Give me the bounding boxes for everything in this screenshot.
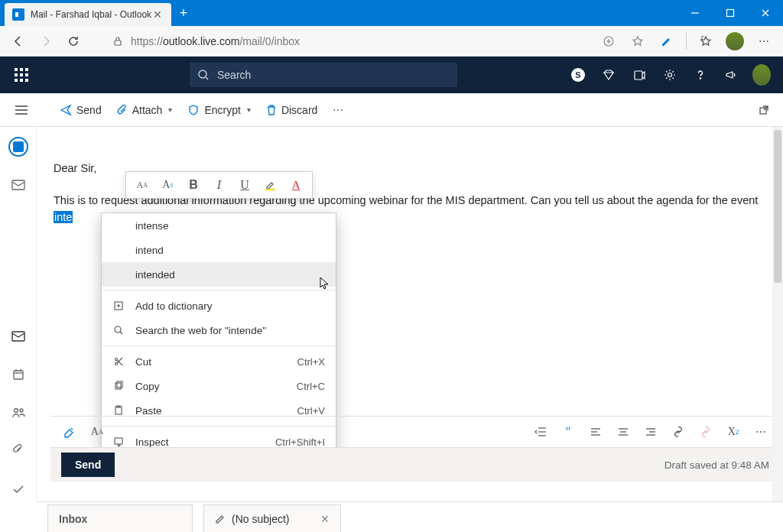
send-button[interactable]: Send — [61, 453, 115, 477]
scrollbar-thumb[interactable] — [774, 130, 781, 283]
window-maximize-button[interactable] — [713, 0, 748, 26]
quote-icon[interactable]: " — [560, 423, 577, 440]
suggestion-item[interactable]: intense — [102, 213, 336, 238]
add-dictionary-item[interactable]: Add to dictionary — [102, 294, 336, 318]
browser-addressbar: https://outlook.live.com/mail/0/inbox ⋯ — [0, 26, 783, 57]
url-field[interactable]: https://outlook.live.com/mail/0/inbox — [106, 30, 593, 53]
account-avatar[interactable] — [746, 60, 777, 90]
draft-status: Draft saved at 9:48 AM — [664, 459, 769, 471]
search-web-item[interactable]: Search the web for "intende" — [102, 318, 336, 342]
more-format-icon[interactable]: ⋯ — [752, 423, 769, 440]
skype-icon[interactable]: S — [563, 60, 593, 90]
vertical-scrollbar[interactable] — [772, 127, 783, 501]
megaphone-icon[interactable] — [716, 60, 746, 90]
svg-rect-21 — [12, 180, 24, 190]
favorites-list-icon[interactable] — [693, 29, 719, 54]
popout-button[interactable] — [751, 98, 777, 122]
mail-module-icon[interactable] — [6, 324, 31, 349]
browser-tab[interactable]: Mail - Farshad Iqbal - Outlook ✕ — [5, 3, 171, 26]
svg-rect-1 — [15, 12, 18, 17]
align-left-icon[interactable] — [587, 423, 604, 440]
browser-menu-icon[interactable]: ⋯ — [751, 29, 777, 54]
left-rail — [0, 127, 37, 501]
settings-gear-icon[interactable] — [655, 60, 685, 90]
font-family-icon[interactable]: AA — [89, 423, 106, 440]
unlink-icon[interactable] — [697, 423, 714, 440]
superscript-icon[interactable]: X2 — [725, 423, 742, 440]
indent-decrease-icon[interactable] — [532, 423, 549, 440]
attach-button[interactable]: Attach ▾ — [109, 98, 180, 122]
send-icon — [60, 104, 72, 116]
svg-point-16 — [700, 78, 700, 79]
new-tab-button[interactable]: + — [171, 5, 196, 21]
tab-close-icon[interactable]: ✕ — [151, 8, 164, 21]
shield-icon — [187, 104, 200, 116]
chevron-down-icon: ▾ — [168, 105, 172, 114]
svg-point-15 — [668, 73, 672, 77]
todo-module-icon[interactable] — [6, 477, 31, 501]
link-icon[interactable] — [670, 423, 687, 440]
svg-line-13 — [206, 77, 208, 79]
search-input[interactable]: Search — [190, 63, 457, 87]
font-size-decrease-icon[interactable]: AA — [131, 174, 154, 196]
copy-item[interactable]: CopyCtrl+C — [102, 374, 336, 398]
menu-separator — [102, 345, 336, 346]
svg-rect-22 — [12, 332, 24, 341]
trash-icon — [266, 104, 277, 116]
highlight-color-button[interactable] — [259, 174, 282, 196]
forward-button[interactable] — [34, 29, 58, 54]
underline-button[interactable]: U — [233, 174, 256, 196]
font-color-button[interactable]: A — [284, 174, 307, 196]
suggestion-item[interactable]: intend — [102, 238, 336, 262]
italic-button[interactable]: I — [208, 174, 231, 196]
svg-point-28 — [20, 409, 23, 412]
favorite-icon[interactable] — [625, 29, 651, 54]
window-minimize-button[interactable] — [677, 0, 713, 26]
waffle-icon — [15, 68, 28, 82]
people-module-icon[interactable] — [6, 401, 31, 425]
clear-format-icon[interactable] — [61, 423, 78, 440]
edge-notes-icon[interactable] — [654, 29, 680, 54]
pencil-icon — [215, 514, 226, 524]
format-ribbon: AA " X2 ⋯ — [50, 416, 780, 448]
app-launcher-button[interactable] — [6, 60, 37, 90]
font-size-increase-icon[interactable]: A◊ — [157, 174, 180, 196]
svg-point-12 — [199, 70, 206, 78]
back-button[interactable] — [6, 29, 31, 54]
search-icon — [112, 325, 125, 336]
close-icon[interactable]: ✕ — [320, 513, 330, 525]
more-actions-button[interactable]: ⋯ — [325, 98, 351, 122]
files-module-icon[interactable] — [6, 439, 31, 463]
menu-separator — [102, 290, 336, 290]
send-bar: Send Draft saved at 9:48 AM — [50, 448, 780, 482]
nav-toggle-button[interactable] — [6, 105, 37, 115]
reader-mode-icon[interactable] — [596, 29, 622, 54]
mail-rail-icon[interactable] — [6, 173, 31, 197]
svg-rect-29 — [266, 189, 275, 190]
profile-avatar[interactable] — [722, 29, 748, 54]
align-center-icon[interactable] — [615, 423, 632, 440]
cut-item[interactable]: CutCtrl+X — [102, 349, 336, 374]
outlook-rail-icon[interactable] — [6, 135, 31, 159]
svg-rect-6 — [115, 41, 121, 45]
help-icon[interactable] — [685, 60, 716, 90]
encrypt-button[interactable]: Encrypt ▾ — [180, 98, 258, 122]
send-button-top[interactable]: Send — [52, 98, 109, 122]
outlook-favicon — [12, 8, 24, 21]
discard-button[interactable]: Discard — [258, 98, 325, 122]
lock-icon — [112, 36, 123, 47]
suggestion-item[interactable]: intended — [102, 262, 336, 287]
premium-diamond-icon[interactable] — [593, 60, 624, 90]
bold-button[interactable]: B — [182, 174, 205, 196]
calendar-module-icon[interactable] — [6, 362, 31, 387]
my-day-icon[interactable] — [624, 60, 655, 90]
draft-tab[interactable]: (No subject) ✕ — [203, 504, 341, 532]
align-right-icon[interactable] — [642, 423, 659, 440]
bottom-tabs: Inbox (No subject) ✕ — [37, 501, 783, 532]
window-close-button[interactable] — [748, 0, 783, 26]
search-icon — [197, 69, 210, 81]
compose-toolbar: Send Attach ▾ Encrypt ▾ Discard ⋯ — [0, 93, 783, 127]
inbox-tab[interactable]: Inbox — [47, 504, 193, 532]
svg-rect-23 — [14, 371, 23, 379]
refresh-button[interactable] — [61, 29, 86, 54]
